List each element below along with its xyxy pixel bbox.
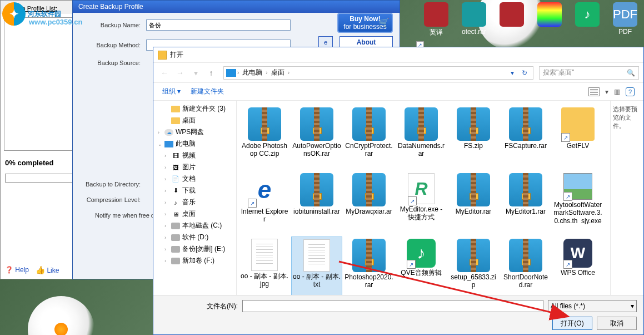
preview-pane-button[interactable]: ▥ [614, 88, 620, 96]
view-dropdown-icon[interactable]: ▾ [605, 88, 608, 96]
help-icon[interactable]: ? [626, 87, 635, 96]
nav-forward-button[interactable]: → [173, 66, 187, 80]
file-item[interactable]: FS.zip [448, 105, 499, 169]
tree-item[interactable]: 新建文件夹 (3) [154, 103, 235, 115]
breadcrumb-segment[interactable]: 桌面 [269, 68, 287, 77]
file-item[interactable]: MyEditor.rar [448, 171, 499, 234]
like-link[interactable]: 👍 Like [36, 265, 59, 274]
desktop-icon[interactable]: ↗otect.rar [457, 2, 491, 46]
file-label: GetFLV [567, 142, 589, 150]
compression-label: Compression Level: [79, 196, 141, 203]
expand-icon[interactable]: ⌄ [158, 141, 162, 147]
archive-icon [352, 107, 386, 141]
folder-tree[interactable]: 新建文件夹 (3)桌面›☁WPS网盘⌄此电脑›🎞视频›🖼图片›📄文档›⬇下载›♪… [153, 101, 237, 295]
shortcut-badge-icon: ↗ [563, 260, 572, 269]
buy-now-button[interactable]: Buy Now! for businesses 🛒 [337, 13, 393, 33]
file-item[interactable]: oo - 副本 - 副本.txt [291, 237, 342, 295]
tree-item[interactable]: ›新加卷 (F:) [154, 255, 235, 267]
tree-label: 备份[勿删] (E:) [182, 244, 225, 254]
file-item[interactable]: MyDrawqxiar.ar [343, 171, 395, 234]
tree-item[interactable]: ⌄此电脑 [154, 138, 235, 150]
view-mode-button[interactable] [588, 87, 600, 96]
tree-item[interactable]: ›🖥桌面 [154, 208, 235, 220]
nav-up-button[interactable]: ↑ [204, 66, 218, 80]
expand-icon[interactable]: › [164, 188, 166, 194]
cancel-button[interactable]: 取消 [597, 317, 637, 330]
backup-name-input[interactable] [146, 19, 291, 31]
file-label: QVE音频剪辑 [401, 269, 441, 277]
file-label: FSCapture.rar [505, 142, 547, 150]
tree-label: 音乐 [182, 198, 196, 207]
desktop-icon[interactable]: ↗英译 [420, 2, 453, 46]
tree-item[interactable]: ›备份[勿删] (E:) [154, 243, 235, 255]
window-title: Create Backup Profile [73, 1, 400, 13]
file-item[interactable]: iobituninstall.rar [291, 171, 342, 234]
expand-icon[interactable]: › [164, 223, 166, 229]
expand-icon[interactable]: › [164, 211, 166, 217]
expand-icon[interactable]: › [164, 165, 166, 170]
open-button[interactable]: 打开(O) [552, 317, 592, 330]
desktop-icon[interactable]: PDF↗PDF [608, 2, 642, 46]
tree-item[interactable]: ›☁WPS网盘 [154, 126, 235, 138]
file-grid[interactable]: Adobe Photoshop CC.zipAutoPowerOptionsOK… [237, 101, 610, 295]
expand-icon[interactable]: › [164, 258, 166, 264]
desktop-icon[interactable]: ↗ [533, 2, 566, 46]
file-item[interactable]: oo - 副本 - 副本.jpg [239, 237, 290, 295]
file-item[interactable]: Adobe Photoshop CC.zip [239, 105, 290, 169]
organize-menu[interactable]: 组织 ▾ [162, 87, 181, 96]
file-item[interactable]: ↗MytoolsoftWatermarkSoftware.3.0.chs.th_… [552, 171, 603, 234]
backup-profile-listbox[interactable] [4, 17, 74, 151]
file-item[interactable]: CnCryptProtect.rar [343, 105, 395, 169]
file-item[interactable]: setup_65833.zip [448, 237, 499, 295]
expand-icon[interactable]: › [158, 130, 159, 135]
tree-item[interactable]: ›软件 (D:) [154, 231, 235, 243]
refresh-icon[interactable]: ↻ [518, 69, 531, 77]
file-item[interactable]: R↗MyEditor.exe - 快捷方式 [396, 171, 447, 234]
file-filter-dropdown[interactable]: All files (*.*) ▾ [548, 300, 637, 312]
breadcrumb[interactable]: › 此电脑 › 桌面 › ▾ ↻ [223, 66, 533, 80]
tree-item[interactable]: ›⬇下载 [154, 185, 235, 196]
tree-item[interactable]: ›♪音乐 [154, 196, 235, 208]
nav-recent-button[interactable]: ▾ [189, 66, 202, 80]
breadcrumb-segment[interactable]: 此电脑 [240, 68, 264, 77]
dialog-title: 打开 [170, 50, 183, 60]
help-link[interactable]: ❓ Help [5, 266, 29, 274]
archive-icon [509, 107, 542, 141]
archive-icon [457, 239, 490, 272]
expand-icon[interactable]: › [164, 247, 166, 252]
expand-icon[interactable]: › [164, 153, 166, 159]
filename-input[interactable] [242, 300, 543, 312]
expand-icon[interactable]: › [164, 235, 166, 240]
file-item[interactable]: ShortDoorNoted.rar [500, 237, 551, 295]
file-label: AutoPowerOptionsOK.rar [292, 142, 341, 158]
file-item[interactable]: FSCapture.rar [500, 105, 551, 169]
file-label: Adobe Photoshop CC.zip [240, 142, 289, 158]
expand-icon[interactable]: › [164, 200, 166, 205]
file-item[interactable]: DataNumends.rar [396, 105, 447, 169]
tree-item[interactable]: ›🎞视频 [154, 150, 235, 161]
file-item[interactable]: e↗Internet Explorer [239, 171, 290, 234]
nav-back-button[interactable]: ← [158, 66, 171, 80]
desktop-icon[interactable]: ♪↗ [571, 2, 604, 46]
breadcrumb-dropdown-icon[interactable]: ▾ [507, 69, 517, 77]
desktop-icon[interactable]: ↗ [495, 2, 528, 46]
new-folder-button[interactable]: 新建文件夹 [191, 87, 224, 96]
file-item[interactable]: ♪↗QVE音频剪辑 [396, 237, 447, 295]
tree-item[interactable]: 桌面 [154, 115, 235, 126]
tree-item[interactable]: ›📄文档 [154, 173, 235, 185]
file-item[interactable]: W↗WPS Office [552, 237, 603, 295]
backup-dir-label: Backup to Directory: [79, 181, 141, 188]
file-item[interactable]: MyEditor1.rar [500, 171, 551, 234]
tree-label: 软件 (D:) [182, 233, 208, 242]
archive-icon [509, 239, 542, 272]
search-input[interactable]: 搜索"桌面" 🔍 [539, 66, 639, 80]
file-item[interactable]: ↗GetFLV [552, 105, 603, 169]
file-item[interactable]: Photoshop2020.rar [343, 237, 395, 295]
archive-icon [248, 107, 281, 141]
tree-item[interactable]: ›🖼图片 [154, 161, 235, 173]
tree-item[interactable]: ›本地磁盘 (C:) [154, 220, 235, 231]
app-icon: ♪↗ [575, 2, 600, 27]
expand-icon[interactable]: › [164, 176, 166, 182]
file-label: WPS Office [561, 269, 595, 277]
file-item[interactable]: AutoPowerOptionsOK.rar [291, 105, 342, 169]
